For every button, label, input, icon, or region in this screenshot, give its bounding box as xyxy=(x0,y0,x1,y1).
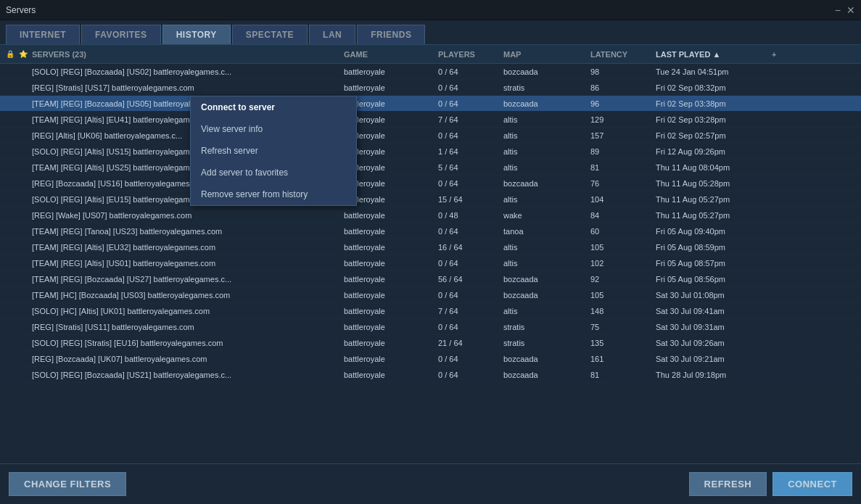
game-column-header[interactable]: GAME xyxy=(341,50,435,59)
players-cell: 21 / 64 xyxy=(435,339,500,347)
players-cell: 0 / 48 xyxy=(435,211,500,220)
lastplayed-cell: Fri 05 Aug 08:56pm xyxy=(653,275,769,284)
map-cell: stratis xyxy=(500,339,588,347)
context-menu-item-viewinfo[interactable]: View server info xyxy=(191,118,356,140)
players-column-header[interactable]: PLAYERS xyxy=(435,50,500,59)
players-cell: 0 / 64 xyxy=(435,99,500,108)
servers-column-header[interactable]: SERVERS (23) xyxy=(29,50,341,59)
tab-internet[interactable]: INTERNET xyxy=(6,25,80,44)
bookmark-column-header[interactable]: ⭐ xyxy=(16,50,29,58)
server-name-cell: [REG] [Wake] [US07] battleroyalegames.co… xyxy=(29,211,341,220)
game-cell: battleroyale xyxy=(341,371,435,379)
minimize-button[interactable]: − xyxy=(835,4,841,16)
tab-friends[interactable]: FRIENDS xyxy=(357,25,425,44)
lastplayed-cell: Fri 02 Sep 08:32pm xyxy=(653,83,769,92)
context-menu: Connect to serverView server infoRefresh… xyxy=(190,96,357,206)
refresh-button[interactable]: REFRESH xyxy=(689,472,767,496)
table-row[interactable]: [SOLO] [REG] [Stratis] [EU16] battleroya… xyxy=(0,335,861,351)
lock-column-header[interactable]: 🔒 xyxy=(3,50,16,58)
map-cell: altis xyxy=(500,307,588,315)
latency-column-header[interactable]: LATENCY xyxy=(588,50,653,59)
tab-favorites[interactable]: FAVORITES xyxy=(81,25,161,44)
close-button[interactable]: ✕ xyxy=(846,4,855,16)
table-row[interactable]: [TEAM] [REG] [Bozcaada] [US27] battleroy… xyxy=(0,271,861,287)
context-menu-item-remove[interactable]: Remove server from history xyxy=(191,183,356,205)
table-row[interactable]: [TEAM] [REG] [Altis] [US25] battleroyale… xyxy=(0,160,861,175)
table-row[interactable]: [TEAM] [HC] [Bozcaada] [US03] battleroya… xyxy=(0,287,861,303)
game-cell: battleroyale xyxy=(341,259,435,268)
table-row[interactable]: [SOLO] [REG] [Altis] [EU15] battleroyale… xyxy=(0,191,861,207)
table-body: [SOLO] [REG] [Bozcaada] [US02] battleroy… xyxy=(0,64,861,462)
latency-cell: 157 xyxy=(588,131,653,140)
lastplayed-cell: Sat 30 Jul 09:26am xyxy=(653,339,769,347)
game-cell: battleroyale xyxy=(341,67,435,76)
players-cell: 15 / 64 xyxy=(435,195,500,204)
latency-cell: 92 xyxy=(588,275,653,284)
tab-lan[interactable]: LAN xyxy=(309,25,355,44)
latency-cell: 60 xyxy=(588,227,653,236)
server-name-cell: [SOLO] [REG] [Stratis] [EU16] battleroya… xyxy=(29,339,341,347)
players-cell: 1 / 64 xyxy=(435,147,500,156)
table-row[interactable]: [TEAM] [REG] [Bozcaada] [US05] battleroy… xyxy=(0,96,861,112)
map-cell: tanoa xyxy=(500,227,588,236)
map-cell: altis xyxy=(500,115,588,124)
players-cell: 0 / 64 xyxy=(435,83,500,92)
tab-history[interactable]: HISTORY xyxy=(162,25,231,44)
game-cell: battleroyale xyxy=(341,355,435,363)
lastplayed-cell: Fri 02 Sep 02:57pm xyxy=(653,131,769,140)
players-cell: 0 / 64 xyxy=(435,355,500,363)
map-cell: bozcaada xyxy=(500,99,588,108)
map-cell: bozcaada xyxy=(500,355,588,363)
lastplayed-column-header[interactable]: LAST PLAYED ▲ xyxy=(653,50,769,59)
players-cell: 16 / 64 xyxy=(435,243,500,252)
app-title: Servers xyxy=(6,5,36,15)
lastplayed-cell: Fri 05 Aug 08:57pm xyxy=(653,259,769,268)
connect-button[interactable]: CONNECT xyxy=(773,472,852,496)
table-row[interactable]: [REG] [Bozcaada] [US16] battleroyalegame… xyxy=(0,175,861,191)
table-row[interactable]: [TEAM] [REG] [Altis] [EU41] battleroyale… xyxy=(0,112,861,128)
table-row[interactable]: [REG] [Wake] [US07] battleroyalegames.co… xyxy=(0,207,861,223)
players-cell: 0 / 64 xyxy=(435,131,500,140)
table-row[interactable]: [TEAM] [REG] [Tanoa] [US23] battleroyale… xyxy=(0,223,861,239)
latency-cell: 161 xyxy=(588,355,653,363)
change-filters-button[interactable]: CHANGE FILTERS xyxy=(9,472,126,496)
lastplayed-cell: Thu 11 Aug 05:27pm xyxy=(653,211,769,220)
table-row[interactable]: [SOLO] [REG] [Bozcaada] [US21] battleroy… xyxy=(0,367,861,383)
server-name-cell: [REG] [Bozcaada] [UK07] battleroyalegame… xyxy=(29,355,341,363)
latency-cell: 75 xyxy=(588,323,653,331)
players-cell: 7 / 64 xyxy=(435,115,500,124)
latency-cell: 135 xyxy=(588,339,653,347)
map-cell: stratis xyxy=(500,323,588,331)
table-row[interactable]: [REG] [Stratis] [US17] battleroyalegames… xyxy=(0,80,861,96)
server-name-cell: [SOLO] [HC] [Altis] [UK01] battleroyaleg… xyxy=(29,307,341,315)
server-name-cell: [TEAM] [REG] [Tanoa] [US23] battleroyale… xyxy=(29,227,341,236)
table-row[interactable]: [REG] [Bozcaada] [UK07] battleroyalegame… xyxy=(0,351,861,367)
server-name-cell: [TEAM] [REG] [Bozcaada] [US27] battleroy… xyxy=(29,275,341,284)
table-row[interactable]: [SOLO] [HC] [Altis] [UK01] battleroyaleg… xyxy=(0,303,861,319)
latency-cell: 148 xyxy=(588,307,653,315)
map-column-header[interactable]: MAP xyxy=(500,50,588,59)
lastplayed-cell: Thu 11 Aug 05:27pm xyxy=(653,195,769,204)
context-menu-item-connect[interactable]: Connect to server xyxy=(191,96,356,118)
table-row[interactable]: [TEAM] [REG] [Altis] [US01] battleroyale… xyxy=(0,255,861,271)
tab-spectate[interactable]: SPECTATE xyxy=(232,25,308,44)
latency-cell: 104 xyxy=(588,195,653,204)
map-cell: stratis xyxy=(500,83,588,92)
table-row[interactable]: [SOLO] [REG] [Bozcaada] [US02] battleroy… xyxy=(0,64,861,80)
table-header: 🔒 ⭐ SERVERS (23) GAME PLAYERS MAP LATENC… xyxy=(0,45,861,64)
map-cell: bozcaada xyxy=(500,179,588,188)
title-bar: Servers − ✕ xyxy=(0,0,861,20)
table-row[interactable]: [SOLO] [REG] [Altis] [US15] battleroyale… xyxy=(0,144,861,160)
map-cell: bozcaada xyxy=(500,291,588,299)
map-cell: bozcaada xyxy=(500,371,588,379)
context-menu-item-addfav[interactable]: Add server to favorites xyxy=(191,162,356,183)
game-cell: battleroyale xyxy=(341,211,435,220)
lastplayed-cell: Thu 11 Aug 05:28pm xyxy=(653,179,769,188)
game-cell: battleroyale xyxy=(341,83,435,92)
add-column-header[interactable]: + xyxy=(769,50,786,59)
players-cell: 5 / 64 xyxy=(435,163,500,172)
context-menu-item-refresh[interactable]: Refresh server xyxy=(191,140,356,162)
table-row[interactable]: [REG] [Stratis] [US11] battleroyalegames… xyxy=(0,319,861,335)
table-row[interactable]: [TEAM] [REG] [Altis] [EU32] battleroyale… xyxy=(0,239,861,255)
table-row[interactable]: [REG] [Altis] [UK06] battleroyalegames.c… xyxy=(0,128,861,144)
